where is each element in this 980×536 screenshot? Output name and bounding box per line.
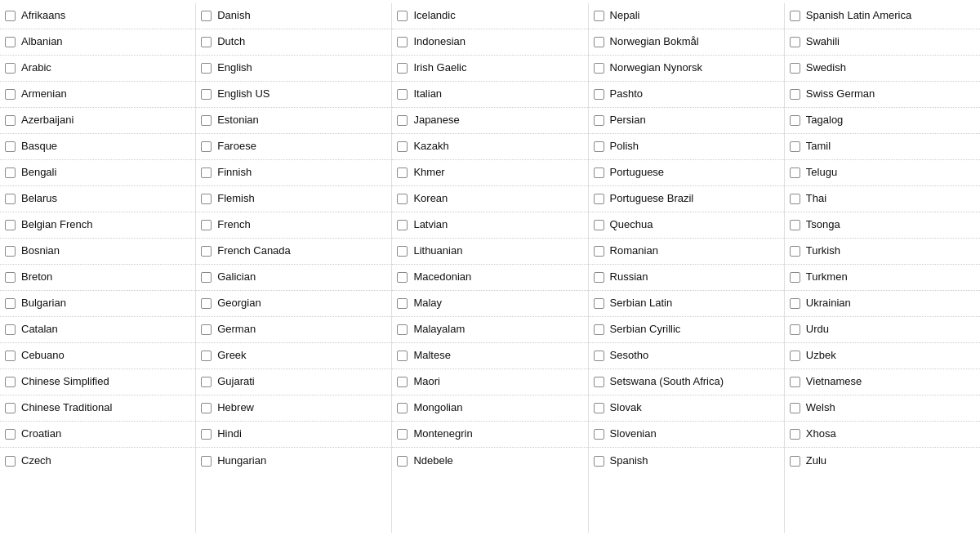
language-checkbox[interactable] <box>790 141 800 152</box>
language-checkbox[interactable] <box>5 220 16 230</box>
language-checkbox[interactable] <box>5 377 16 387</box>
language-checkbox[interactable] <box>397 220 408 230</box>
list-item[interactable]: Malay <box>392 291 587 317</box>
language-checkbox[interactable] <box>5 89 16 100</box>
language-checkbox[interactable] <box>397 403 408 413</box>
list-item[interactable]: Ukrainian <box>785 291 980 317</box>
language-checkbox[interactable] <box>201 220 212 230</box>
list-item[interactable]: Spanish <box>589 448 784 474</box>
list-item[interactable]: Malayalam <box>392 317 587 343</box>
list-item[interactable]: Bosnian <box>0 239 195 265</box>
language-checkbox[interactable] <box>201 89 212 100</box>
language-checkbox[interactable] <box>397 272 408 283</box>
list-item[interactable]: Swedish <box>785 56 980 82</box>
language-checkbox[interactable] <box>594 429 604 440</box>
list-item[interactable]: Turkish <box>785 239 980 265</box>
list-item[interactable]: Kazakh <box>392 134 587 160</box>
list-item[interactable]: Welsh <box>785 395 980 422</box>
list-item[interactable]: Greek <box>196 343 391 369</box>
language-checkbox[interactable] <box>790 298 800 309</box>
language-checkbox[interactable] <box>201 298 212 309</box>
list-item[interactable]: Lithuanian <box>392 239 587 265</box>
list-item[interactable]: Norwegian Nynorsk <box>589 56 784 82</box>
language-checkbox[interactable] <box>594 63 604 74</box>
language-checkbox[interactable] <box>594 298 604 309</box>
list-item[interactable]: Bengali <box>0 160 195 186</box>
list-item[interactable]: Gujarati <box>196 369 391 395</box>
language-checkbox[interactable] <box>790 377 800 387</box>
list-item[interactable]: Belgian French <box>0 212 195 239</box>
list-item[interactable]: Serbian Latin <box>589 291 784 317</box>
list-item[interactable]: Hebrew <box>196 395 391 422</box>
language-checkbox[interactable] <box>5 37 16 47</box>
language-checkbox[interactable] <box>790 37 800 47</box>
language-checkbox[interactable] <box>790 324 800 335</box>
list-item[interactable]: Uzbek <box>785 343 980 369</box>
language-checkbox[interactable] <box>594 456 604 467</box>
list-item[interactable]: Zulu <box>785 448 980 474</box>
list-item[interactable]: Danish <box>196 3 391 29</box>
language-checkbox[interactable] <box>201 456 212 467</box>
list-item[interactable]: Breton <box>0 265 195 291</box>
list-item[interactable]: Serbian Cyrillic <box>589 317 784 343</box>
language-checkbox[interactable] <box>790 351 800 361</box>
list-item[interactable]: Setswana (South Africa) <box>589 369 784 395</box>
language-checkbox[interactable] <box>5 298 16 309</box>
language-checkbox[interactable] <box>790 89 800 100</box>
language-checkbox[interactable] <box>790 115 800 126</box>
list-item[interactable]: Chinese Simplified <box>0 369 195 395</box>
language-checkbox[interactable] <box>594 11 604 21</box>
language-checkbox[interactable] <box>5 194 16 204</box>
language-checkbox[interactable] <box>397 37 408 47</box>
language-checkbox[interactable] <box>397 194 408 204</box>
list-item[interactable]: Vietnamese <box>785 369 980 395</box>
language-checkbox[interactable] <box>397 298 408 309</box>
language-checkbox[interactable] <box>201 246 212 257</box>
list-item[interactable]: Swahili <box>785 29 980 56</box>
language-checkbox[interactable] <box>201 324 212 335</box>
language-checkbox[interactable] <box>201 429 212 440</box>
list-item[interactable]: Quechua <box>589 212 784 239</box>
list-item[interactable]: Nepali <box>589 3 784 29</box>
list-item[interactable]: Macedonian <box>392 265 587 291</box>
list-item[interactable]: Flemish <box>196 186 391 212</box>
list-item[interactable]: Estonian <box>196 108 391 134</box>
list-item[interactable]: Afrikaans <box>0 3 195 29</box>
list-item[interactable]: Tamil <box>785 134 980 160</box>
list-item[interactable]: Catalan <box>0 317 195 343</box>
language-checkbox[interactable] <box>201 11 212 21</box>
language-checkbox[interactable] <box>594 351 604 361</box>
list-item[interactable]: Turkmen <box>785 265 980 291</box>
language-checkbox[interactable] <box>397 89 408 100</box>
language-checkbox[interactable] <box>594 220 604 230</box>
language-checkbox[interactable] <box>790 456 800 467</box>
list-item[interactable]: Indonesian <box>392 29 587 56</box>
language-checkbox[interactable] <box>594 168 604 178</box>
language-checkbox[interactable] <box>790 63 800 74</box>
list-item[interactable]: Portuguese <box>589 160 784 186</box>
list-item[interactable]: Norwegian Bokmål <box>589 29 784 56</box>
list-item[interactable]: Xhosa <box>785 422 980 448</box>
language-checkbox[interactable] <box>790 194 800 204</box>
list-item[interactable]: Armenian <box>0 82 195 108</box>
language-checkbox[interactable] <box>790 220 800 230</box>
language-checkbox[interactable] <box>5 351 16 361</box>
language-checkbox[interactable] <box>201 115 212 126</box>
language-checkbox[interactable] <box>397 429 408 440</box>
list-item[interactable]: Persian <box>589 108 784 134</box>
list-item[interactable]: Russian <box>589 265 784 291</box>
list-item[interactable]: Italian <box>392 82 587 108</box>
language-checkbox[interactable] <box>201 272 212 283</box>
list-item[interactable]: English US <box>196 82 391 108</box>
language-checkbox[interactable] <box>397 141 408 152</box>
list-item[interactable]: Pashto <box>589 82 784 108</box>
list-item[interactable]: Montenegrin <box>392 422 587 448</box>
language-checkbox[interactable] <box>397 168 408 178</box>
list-item[interactable]: Azerbaijani <box>0 108 195 134</box>
list-item[interactable]: Czech <box>0 448 195 474</box>
list-item[interactable]: Swiss German <box>785 82 980 108</box>
language-checkbox[interactable] <box>397 11 408 21</box>
list-item[interactable]: Albanian <box>0 29 195 56</box>
list-item[interactable]: Japanese <box>392 108 587 134</box>
list-item[interactable]: Irish Gaelic <box>392 56 587 82</box>
